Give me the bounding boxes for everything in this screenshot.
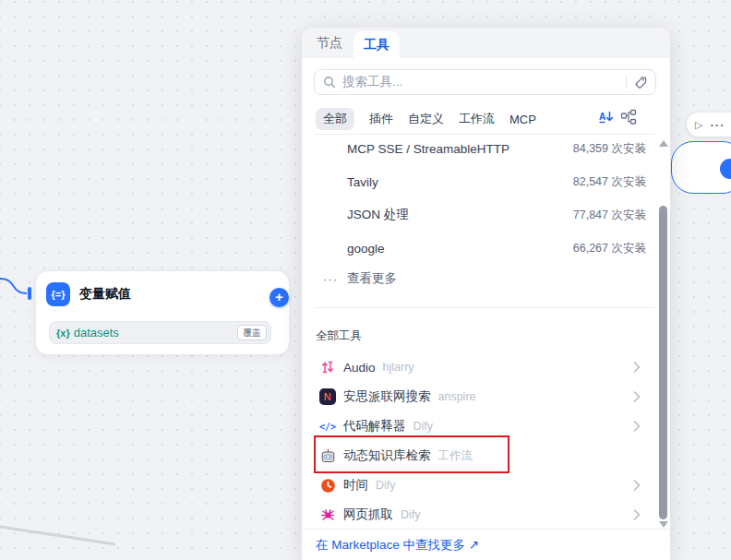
robot-icon — [319, 447, 336, 464]
tool-author: Dify — [401, 508, 421, 521]
anspire-n-icon: N — [319, 388, 336, 405]
code-icon: </> — [319, 418, 336, 435]
search-input[interactable]: 搜索工具... — [314, 69, 656, 95]
chevron-right-icon — [633, 480, 641, 491]
chevron-right-icon — [633, 421, 641, 432]
filter-chip[interactable]: 工作流 — [459, 108, 495, 130]
search-placeholder: 搜索工具... — [342, 74, 626, 90]
write-mode-badge: 覆盖 — [237, 325, 267, 340]
section-title: 全部工具 — [316, 328, 362, 344]
tool-row[interactable]: Audiohjlarry — [314, 352, 646, 382]
view-more-button[interactable]: ··· 查看更多 — [314, 266, 397, 292]
tab-nodes[interactable]: 节点 — [316, 28, 343, 58]
install-count: 84,359 次安装 — [573, 141, 646, 157]
tool-author: 工作流 — [438, 448, 473, 464]
assigned-variable-field[interactable]: {x} datasets 覆盖 — [49, 321, 271, 344]
tool-name: 安思派联网搜索 — [343, 388, 431, 405]
marketplace-link[interactable]: 在 Marketplace 中查找更多 ↗ — [316, 537, 479, 554]
popular-tools-list: MCP SSE / StreamableHTTP84,359 次安装Tavily… — [314, 132, 646, 265]
tool-name: 网页抓取 — [343, 506, 393, 523]
variable-name: datasets — [74, 326, 237, 340]
search-divider — [626, 76, 627, 89]
divider — [314, 307, 655, 308]
audio-swap-icon — [319, 359, 336, 375]
popular-tool-row[interactable]: MCP SSE / StreamableHTTP84,359 次安装 — [314, 132, 646, 165]
tool-row[interactable]: N安思派联网搜索anspire — [314, 382, 646, 411]
filter-chip[interactable]: 自定义 — [408, 108, 444, 130]
tool-row[interactable]: 网页抓取Dify — [314, 500, 646, 530]
chevron-right-icon — [633, 509, 641, 520]
popular-tool-row[interactable]: Tavily82,547 次安装 — [314, 165, 646, 198]
tool-author: Dify — [413, 420, 434, 433]
tool-author: hjlarry — [383, 361, 414, 374]
sort-alpha-icon[interactable]: A — [596, 108, 615, 126]
clock-icon — [319, 477, 336, 494]
divider — [302, 529, 670, 530]
scrollbar-thumb[interactable] — [659, 206, 667, 519]
tool-author: anspire — [438, 390, 476, 403]
svg-text:A: A — [599, 112, 605, 122]
tag-filter-icon[interactable] — [634, 76, 648, 89]
tools-panel: 节点 工具 搜索工具... 全部插件自定义工作流MCP A MCP SSE / … — [302, 28, 670, 560]
tool-name: 时间 — [343, 477, 368, 494]
install-count: 82,547 次安装 — [573, 174, 646, 190]
node-mini-toolbar[interactable]: ▷ ··· — [687, 113, 731, 137]
panel-tabbar: 节点 工具 — [302, 28, 670, 58]
scroll-down-arrow[interactable] — [659, 521, 668, 528]
scroll-up-arrow[interactable] — [659, 140, 668, 147]
tool-author: Dify — [376, 479, 396, 492]
tool-name: 动态知识库检索 — [343, 447, 431, 464]
tab-tools[interactable]: 工具 — [354, 31, 400, 58]
filter-chips: 全部插件自定义工作流MCP — [316, 109, 536, 129]
more-options-icon[interactable]: ··· — [710, 118, 725, 132]
popular-tool-row[interactable]: google66,267 次安装 — [314, 232, 646, 265]
external-arrow-icon: ↗ — [469, 537, 479, 554]
tool-name: Tavily — [347, 175, 378, 189]
install-count: 66,267 次安装 — [573, 241, 646, 256]
tool-row[interactable]: 时间Dify — [314, 471, 646, 500]
tool-row[interactable]: 动态知识库检索工作流 — [314, 441, 646, 471]
tool-name: MCP SSE / StreamableHTTP — [347, 142, 509, 156]
play-icon[interactable]: ▷ — [695, 119, 702, 131]
tool-row[interactable]: </>代码解释器Dify — [314, 411, 646, 441]
add-next-node-button[interactable]: + — [270, 288, 289, 307]
all-tools-list: AudiohjlarryN安思派联网搜索anspire</>代码解释器Dify动… — [314, 352, 646, 530]
ellipsis-icon: ··· — [323, 272, 347, 286]
node-title: 变量赋值 — [79, 286, 131, 303]
tree-view-icon[interactable] — [620, 109, 637, 125]
variable-assigner-icon: {=} — [46, 282, 70, 306]
tool-name: google — [347, 242, 385, 256]
install-count: 77,847 次安装 — [573, 208, 646, 223]
chevron-right-icon — [633, 391, 641, 402]
spider-icon — [319, 506, 336, 523]
filter-chip[interactable]: 全部 — [316, 108, 354, 130]
tool-name: 代码解释器 — [343, 418, 406, 435]
filter-chip[interactable]: 插件 — [369, 108, 393, 130]
tool-name: JSON 处理 — [347, 207, 409, 223]
tool-name: Audio — [343, 361, 376, 375]
variable-icon: {x} — [56, 328, 70, 339]
search-icon — [323, 76, 336, 89]
variable-assigner-node[interactable]: {=} 变量赋值 + {x} datasets 覆盖 — [35, 270, 290, 355]
filter-chip[interactable]: MCP — [509, 110, 536, 129]
popular-tool-row[interactable]: JSON 处理77,847 次安装 — [314, 198, 646, 232]
chevron-right-icon — [633, 362, 641, 373]
